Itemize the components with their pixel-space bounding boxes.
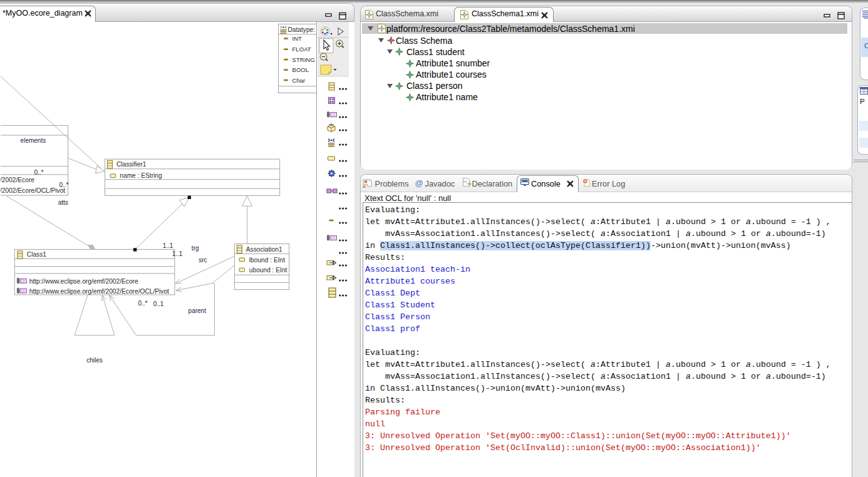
svg-text:src: src — [199, 257, 207, 264]
svg-text:BOOL: BOOL — [292, 66, 309, 73]
svg-text:name : EString: name : EString — [120, 172, 162, 179]
svg-text:0..1: 0..1 — [153, 300, 164, 307]
svg-text:0..*: 0..* — [59, 182, 68, 188]
svg-text:chiles: chiles — [86, 357, 103, 364]
svg-text:1..1: 1..1 — [163, 242, 173, 249]
svg-text:parent: parent — [189, 307, 207, 314]
svg-text:Classifier1: Classifier1 — [116, 161, 147, 168]
svg-text:ubound : EInt: ubound : EInt — [249, 267, 287, 274]
svg-text:1..1: 1..1 — [172, 250, 183, 257]
svg-text:/2002/Ecore/OCL/Pivot: /2002/Ecore/OCL/Pivot — [1, 187, 65, 194]
svg-text:Char: Char — [292, 77, 306, 84]
svg-text:trg: trg — [192, 245, 199, 252]
svg-text:Datatype:: Datatype: — [288, 26, 316, 33]
svg-text:STRING: STRING — [292, 56, 315, 63]
svg-text:0..*: 0..* — [34, 169, 43, 176]
svg-text:0..*: 0..* — [138, 300, 147, 307]
svg-text:INT: INT — [292, 35, 302, 42]
svg-text:/2002/Ecore: /2002/Ecore — [1, 177, 34, 183]
svg-text:Class1: Class1 — [27, 251, 46, 258]
svg-text:elements: elements — [21, 137, 46, 144]
svg-text:FLOAT: FLOAT — [292, 46, 311, 53]
svg-text:lbound : EInt: lbound : EInt — [249, 257, 285, 264]
svg-text:http://www.eclipse.org/emf/200: http://www.eclipse.org/emf/2002/Ecore — [29, 278, 138, 285]
svg-text:atts: atts — [58, 199, 68, 206]
svg-text:http://www.eclipse.org/emf/200: http://www.eclipse.org/emf/2002/Ecore/OC… — [29, 288, 169, 295]
svg-text:Association1: Association1 — [246, 246, 282, 253]
